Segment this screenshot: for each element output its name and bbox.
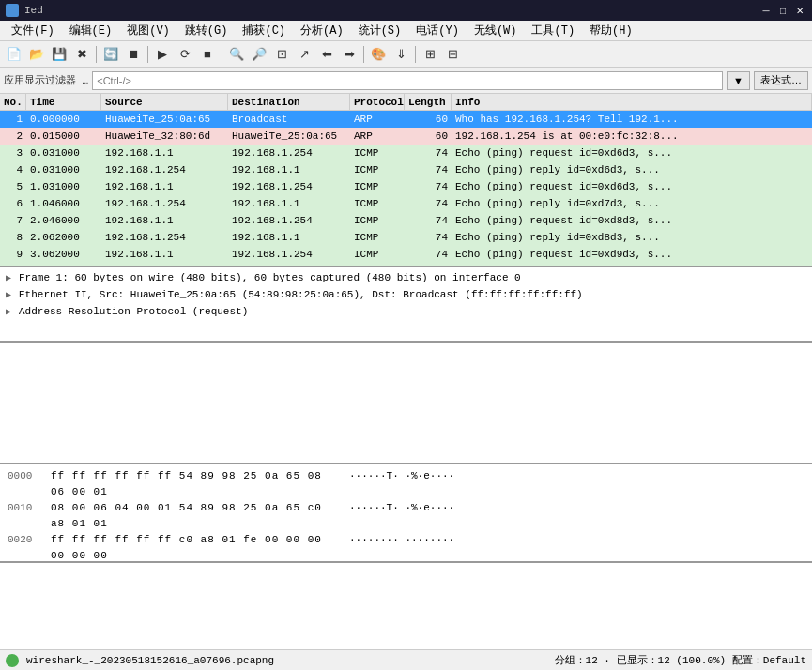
- cell-proto: ICMP: [350, 214, 405, 227]
- toolbar-next-btn[interactable]: ➡: [339, 44, 360, 65]
- cell-src: 192.168.1.1: [101, 146, 228, 160]
- cell-src: 192.168.1.1: [101, 180, 228, 193]
- cell-no: 9: [0, 248, 26, 261]
- packet-detail: ▶Frame 1: 60 bytes on wire (480 bits), 6…: [0, 267, 812, 343]
- table-row[interactable]: 72.046000192.168.1.1192.168.1.254ICMP74E…: [0, 212, 812, 229]
- packet-list-body[interactable]: 10.000000HuaweiTe_25:0a:65BroadcastARP60…: [0, 111, 812, 266]
- cell-dst: 192.168.1.1: [228, 163, 350, 176]
- toolbar-reload-btn[interactable]: 🔄: [100, 44, 121, 65]
- cell-info: Echo (ping) request id=0xd8d3, s...: [452, 214, 812, 227]
- menu-item-f[interactable]: 文件(F): [4, 21, 62, 40]
- title-bar-left: Ied: [6, 4, 43, 17]
- menu-item-e[interactable]: 编辑(E): [62, 21, 120, 40]
- menu-item-y[interactable]: 电话(Y): [408, 21, 467, 40]
- table-row[interactable]: 30.031000192.168.1.1192.168.1.254ICMP74E…: [0, 145, 812, 161]
- table-row[interactable]: 40.031000192.168.1.254192.168.1.1ICMP74E…: [0, 161, 812, 178]
- menu-item-t[interactable]: 工具(T): [524, 21, 582, 40]
- menu-bar: 文件(F)编辑(E)视图(V)跳转(G)捕获(C)分析(A)统计(S)电话(Y)…: [0, 21, 812, 41]
- toolbar-capture-stop-btn[interactable]: ■: [197, 44, 218, 65]
- cell-proto: ICMP: [350, 231, 405, 244]
- detail-text: Frame 1: 60 bytes on wire (480 bits), 60…: [19, 272, 806, 283]
- cell-no: 1: [0, 113, 26, 126]
- status-filename: wireshark_-_20230518152616_a07696.pcapng: [26, 655, 547, 666]
- cell-proto: ICMP: [350, 180, 405, 193]
- toolbar-autoscroll-btn[interactable]: ⇓: [391, 44, 411, 65]
- cell-len: 74: [405, 231, 452, 244]
- table-row[interactable]: 61.046000192.168.1.254192.168.1.1ICMP74E…: [0, 195, 812, 212]
- status-info: 分组：12 · 已显示：12 (100.0%) 配置：Default: [555, 653, 806, 667]
- filter-arrow-button[interactable]: ▼: [727, 71, 750, 90]
- toolbar-stop-btn[interactable]: ⏹: [123, 44, 144, 65]
- filter-expr-button[interactable]: 表达式…: [754, 71, 808, 90]
- toolbar-collapse-btn[interactable]: ⊟: [442, 44, 463, 65]
- cell-dst: 192.168.1.1: [228, 197, 350, 210]
- cell-info: Echo (ping) request id=0xd6d3, s...: [452, 146, 812, 160]
- cell-dst: 192.168.1.254: [228, 248, 350, 261]
- cell-no: 6: [0, 197, 26, 210]
- cell-dst: 192.168.1.254: [228, 180, 350, 193]
- cell-info: Echo (ping) request id=0xd9d3, s...: [452, 248, 812, 261]
- hex-ascii: ······T· ·%·e····: [349, 468, 454, 500]
- packet-list-container: No. Time Source Destination Protocol Len…: [0, 94, 812, 267]
- maximize-button[interactable]: □: [776, 4, 789, 17]
- cell-info: 192.168.1.254 is at 00:e0:fc:32:8...: [452, 129, 812, 143]
- col-header-protocol[interactable]: Protocol: [350, 94, 405, 110]
- menu-item-s[interactable]: 统计(S): [351, 21, 409, 40]
- menu-item-w[interactable]: 无线(W): [467, 21, 525, 40]
- toolbar-save-btn[interactable]: 💾: [49, 44, 69, 65]
- detail-row[interactable]: ▶Address Resolution Protocol (request): [4, 303, 808, 320]
- expand-icon[interactable]: ▶: [6, 306, 17, 317]
- cell-time: 2.046000: [26, 214, 101, 227]
- table-row[interactable]: 20.015000HuaweiTe_32:80:6dHuaweiTe_25:0a…: [0, 128, 812, 145]
- table-row[interactable]: 93.062000192.168.1.1192.168.1.254ICMP74E…: [0, 246, 812, 263]
- detail-empty-area: [0, 343, 812, 464]
- menu-item-v[interactable]: 视图(V): [119, 21, 177, 40]
- hex-dump: 0000ff ff ff ff ff ff 54 89 98 25 0a 65 …: [0, 464, 812, 563]
- filter-input[interactable]: [92, 71, 723, 90]
- cell-time: 3.078000: [26, 265, 101, 266]
- close-button[interactable]: ✕: [793, 4, 806, 17]
- cell-time: 2.062000: [26, 231, 101, 244]
- toolbar-close-btn[interactable]: ✖: [71, 44, 92, 65]
- toolbar-jump-btn[interactable]: ↗: [294, 44, 314, 65]
- cell-proto: ICMP: [350, 265, 405, 266]
- toolbar-zoom-in-btn[interactable]: 🔍: [226, 44, 247, 65]
- toolbar-new-btn[interactable]: 📄: [4, 44, 24, 65]
- toolbar-restart-btn[interactable]: ⟳: [175, 44, 195, 65]
- col-header-length[interactable]: Length: [405, 94, 452, 110]
- detail-row[interactable]: ▶Ethernet II, Src: HuaweiTe_25:0a:65 (54…: [4, 286, 808, 303]
- toolbar-open-btn[interactable]: 📂: [26, 44, 47, 65]
- cell-info: Echo (ping) reply id=0xd8d3, s...: [452, 231, 812, 244]
- detail-row[interactable]: ▶Frame 1: 60 bytes on wire (480 bits), 6…: [4, 269, 808, 286]
- cell-proto: ARP: [350, 129, 405, 143]
- packet-list-header: No. Time Source Destination Protocol Len…: [0, 94, 812, 111]
- cell-len: 74: [405, 163, 452, 176]
- cell-dst: 192.168.1.1: [228, 265, 350, 266]
- menu-item-a[interactable]: 分析(A): [293, 21, 351, 40]
- menu-item-h[interactable]: 帮助(H): [582, 21, 640, 40]
- toolbar-capture-btn[interactable]: ▶: [152, 44, 173, 65]
- app-icon: [6, 4, 19, 17]
- table-row[interactable]: 103.078000192.168.1.254192.168.1.1ICMP74…: [0, 263, 812, 266]
- table-row[interactable]: 51.031000192.168.1.1192.168.1.254ICMP74E…: [0, 178, 812, 195]
- toolbar-zoom-fit-btn[interactable]: ⊡: [271, 44, 292, 65]
- toolbar-expand-btn[interactable]: ⊞: [420, 44, 440, 65]
- toolbar-colorize-btn[interactable]: 🎨: [368, 44, 389, 65]
- col-header-source[interactable]: Source: [101, 94, 228, 110]
- col-header-info[interactable]: Info: [452, 94, 812, 110]
- col-header-time[interactable]: Time: [26, 94, 101, 110]
- table-row[interactable]: 10.000000HuaweiTe_25:0a:65BroadcastARP60…: [0, 111, 812, 128]
- menu-item-c[interactable]: 捕获(C): [235, 21, 293, 40]
- hex-row: 0020ff ff ff ff ff ff c0 a8 01 fe 00 00 …: [8, 532, 804, 563]
- status-icon: [6, 654, 19, 667]
- cell-dst: 192.168.1.254: [228, 214, 350, 227]
- table-row[interactable]: 82.062000192.168.1.254192.168.1.1ICMP74E…: [0, 229, 812, 246]
- toolbar-prev-btn[interactable]: ⬅: [316, 44, 337, 65]
- expand-icon[interactable]: ▶: [6, 289, 17, 300]
- toolbar-zoom-out-btn[interactable]: 🔎: [249, 44, 269, 65]
- minimize-button[interactable]: ─: [759, 4, 773, 17]
- col-header-no[interactable]: No.: [0, 94, 26, 110]
- menu-item-g[interactable]: 跳转(G): [177, 21, 236, 40]
- col-header-destination[interactable]: Destination: [228, 94, 350, 110]
- expand-icon[interactable]: ▶: [6, 272, 17, 283]
